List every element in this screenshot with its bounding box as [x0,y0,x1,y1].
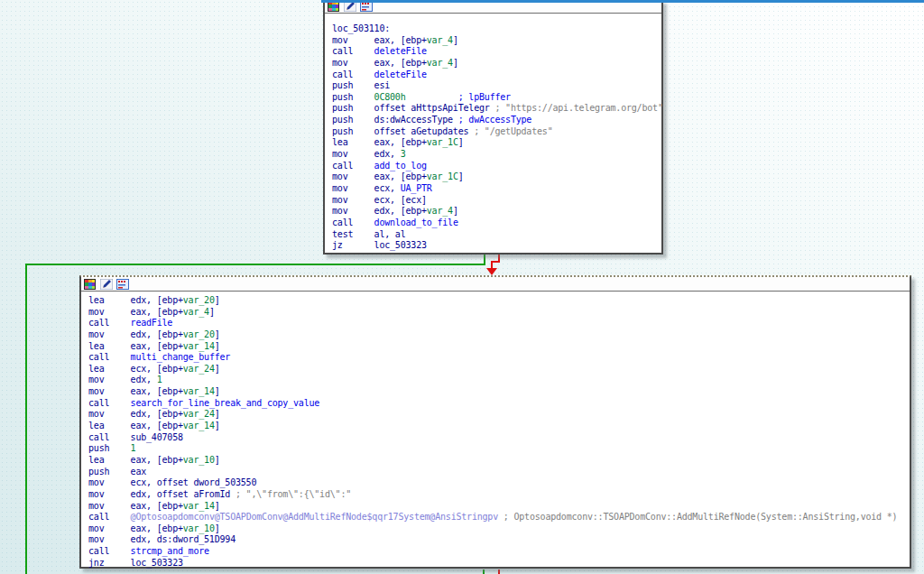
asm-token: call [332,161,374,171]
asm-token: lea eax, [ebp+ [88,341,183,351]
asm-token: ] [215,364,220,374]
asm-line[interactable]: call multi_change_buffer [88,352,910,364]
asm-token: deleteFile [374,69,427,79]
edge-arrowhead-icon [486,268,497,275]
node-title-bar[interactable] [81,277,910,292]
asm-line[interactable]: push 0C800h ; lpBuffer [332,92,661,104]
asm-token: lea ecx, [ebp+ [88,364,183,374]
asm-token: lea eax, [ebp+ [332,137,427,147]
asm-token: mov eax, [ebp+ [88,386,183,396]
asm-line[interactable]: call strcmp_and_more [88,546,910,558]
asm-token: var_14 [183,421,215,430]
asm-line[interactable]: call sub_407058 [88,432,910,444]
asm-token: push [88,443,131,453]
asm-line[interactable]: mov eax, [ebp+var_4] [332,35,661,47]
asm-token: mov eax, [ebp+ [332,35,427,45]
asm-token: var_14 [183,341,215,351]
asm-line[interactable]: call download_to_file [332,218,661,229]
asm-line[interactable]: push ds:dwAccessType ; dwAccessType [332,115,661,126]
asm-token: ] [215,455,220,465]
asm-token: mov edx, ds:dword_51D994 [88,534,236,544]
asm-line[interactable]: mov edx, [ebp+var_24] [88,409,910,421]
asm-token: call [88,546,131,556]
asm-token: var_10 [183,455,215,465]
asm-token: push esi [332,80,390,90]
asm-line[interactable]: jz loc_503323 [332,240,661,252]
graph-view-canvas[interactable]: loc_503110:mov eax, [ebp+var_4]call dele… [0,0,924,574]
graph-node-fallthrough[interactable]: lea edx, [ebp+var_20]mov eax, [ebp+var_4… [79,275,911,569]
asm-line[interactable]: lea ecx, [ebp+var_24] [88,364,910,375]
asm-line[interactable]: lea eax, [ebp+var_14] [88,421,910,432]
asm-token: mov edx, [88,375,157,384]
asm-token: ] [453,58,458,68]
asm-token: ; "/getUpdates" [468,126,552,136]
asm-token: mov eax, [ebp+ [332,171,427,181]
asm-line[interactable]: call readFile [88,318,910,329]
asm-line[interactable]: mov eax, [ebp+var_1C] [332,171,661,183]
asm-token: 1 [157,375,162,384]
asm-line[interactable]: loc_503110: [332,23,661,35]
graph-node-loc-503110[interactable]: loc_503110:mov eax, [ebp+var_4]call dele… [323,0,663,255]
asm-line[interactable]: mov eax, [ebp+var_10] [88,523,910,535]
asm-line[interactable]: push offset aGetupdates ; "/getUpdates" [332,126,661,138]
asm-token: ] [215,386,220,396]
code-lines: lea edx, [ebp+var_20]mov eax, [ebp+var_4… [81,292,910,569]
asm-line[interactable]: mov eax, [ebp+var_4] [88,307,910,319]
edge-jz-taken-segment [25,264,27,574]
asm-line[interactable]: mov eax, [ebp+var_14] [88,501,910,513]
asm-token: var_4 [427,58,453,68]
asm-token: loc_503110: [332,23,390,33]
asm-token: ] [215,409,220,419]
asm-token: var_10 [183,523,215,533]
asm-token: ] [453,35,458,45]
asm-token: call [332,46,374,56]
node-edit-icon[interactable] [100,279,114,290]
asm-line[interactable]: mov eax, [ebp+var_14] [88,386,910,398]
asm-token: push eax [88,467,146,477]
asm-token: call [88,318,131,328]
asm-line[interactable]: call search_for_line_break_and_copy_valu… [88,398,910,410]
asm-line[interactable]: push esi [332,80,661,92]
asm-line[interactable]: push eax [88,467,910,478]
asm-line[interactable]: jnz loc_503323 [88,558,910,569]
asm-token: var_24 [183,364,215,374]
asm-line[interactable]: mov eax, [ebp+var_4] [332,58,661,69]
asm-line[interactable]: mov ecx, UA_PTR [332,183,661,195]
asm-line[interactable]: lea eax, [ebp+var_10] [88,455,910,467]
asm-line[interactable]: lea edx, [ebp+var_20] [88,295,910,307]
asm-token: mov edx, [ebp+ [332,206,427,216]
asm-line[interactable]: mov edx, [ebp+var_4] [332,206,661,218]
asm-line[interactable]: mov edx, offset aFromId ; ",\"from\":{\"… [88,489,910,501]
asm-line[interactable]: push offset aHttpsApiTelegr ; "https://a… [332,103,661,115]
asm-token: ; dwAccessType [453,115,531,125]
asm-line[interactable]: call @Optosoapdomconv@TSOAPDomConv@AddMu… [88,512,910,523]
asm-token: ; "https://api.telegram.org/bot" [490,103,663,113]
asm-line[interactable]: mov edx, 1 [88,375,910,386]
asm-line[interactable]: push 1 [88,443,910,455]
asm-line[interactable]: mov ecx, offset dword_503550 [88,477,910,489]
asm-line[interactable]: test al, al [332,229,661,241]
asm-token: readFile [131,318,173,328]
asm-line[interactable]: call add_to_log [332,161,661,172]
asm-token: push ds:dwAccessType [332,115,453,125]
asm-line[interactable]: call deleteFile [332,69,661,81]
asm-token: jnz [88,558,131,568]
asm-line[interactable]: lea eax, [ebp+var_14] [88,341,910,353]
asm-line[interactable]: lea eax, [ebp+var_1C] [332,137,661,149]
asm-token: var_24 [183,409,215,419]
asm-token: search_for_line_break_and_copy_value [131,398,320,408]
node-color-icon[interactable] [84,279,97,290]
asm-line[interactable]: mov edx, ds:dword_51D994 [88,534,910,546]
asm-line[interactable]: mov edx, [ebp+var_20] [88,329,910,341]
asm-token: 1 [131,443,136,453]
asm-token: loc_503323 [131,558,183,568]
asm-token: mov edx, [ebp+ [88,329,183,339]
asm-line[interactable]: mov ecx, [ecx] [332,195,661,207]
asm-token: ] [453,206,458,216]
asm-line[interactable]: call deleteFile [332,46,661,58]
asm-token: mov ecx, [ecx] [332,195,427,205]
asm-token: ] [458,137,464,147]
asm-line[interactable]: mov edx, 3 [332,149,661,161]
node-group-icon[interactable] [116,279,130,290]
asm-token: call [88,432,131,442]
